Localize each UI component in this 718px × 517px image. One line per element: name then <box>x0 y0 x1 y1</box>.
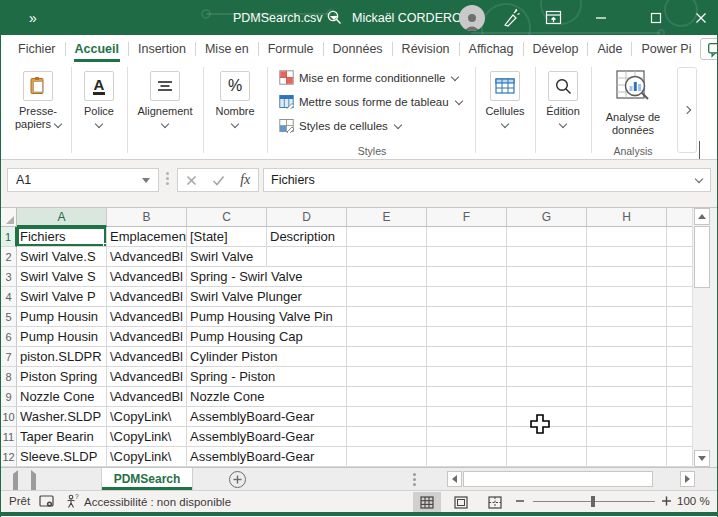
editing-group-button[interactable]: Édition <box>539 63 587 160</box>
cell-B7[interactable]: \AdvancedBl <box>107 347 187 367</box>
cell-H12[interactable] <box>587 447 667 467</box>
ribbon-scroll-right-button[interactable] <box>677 67 697 153</box>
cell-F4[interactable] <box>427 287 507 307</box>
cell-F6[interactable] <box>427 327 507 347</box>
cells-group-button[interactable]: Cellules <box>479 63 531 160</box>
row-header-8[interactable]: 8 <box>1 367 17 387</box>
cell-H9[interactable] <box>587 387 667 407</box>
cell-H6[interactable] <box>587 327 667 347</box>
cell-H7[interactable] <box>587 347 667 367</box>
cell-A6[interactable]: Pump Housin <box>17 327 107 347</box>
cell-partial-8[interactable] <box>667 367 692 387</box>
cell-B10[interactable]: \CopyLink\ <box>107 407 187 427</box>
number-group-button[interactable]: % Nombre <box>207 63 263 160</box>
column-header-F[interactable]: F <box>427 208 507 227</box>
cell-A9[interactable]: Nozzle Cone <box>17 387 107 407</box>
cell-A12[interactable]: Sleeve.SLDP <box>17 447 107 467</box>
cell-H1[interactable] <box>587 227 667 247</box>
cell-C7[interactable]: Cylinder Piston <box>187 347 267 367</box>
cell-A1[interactable]: Fichiers <box>17 227 107 247</box>
cell-H2[interactable] <box>587 247 667 267</box>
cell-F7[interactable] <box>427 347 507 367</box>
collapse-ribbon-button[interactable] <box>699 141 700 159</box>
cell-H8[interactable] <box>587 367 667 387</box>
cell-E6[interactable] <box>347 327 427 347</box>
column-header-partial[interactable] <box>667 208 692 227</box>
cell-partial-3[interactable] <box>667 267 692 287</box>
vertical-scrollbar[interactable] <box>692 208 710 467</box>
cell-E12[interactable] <box>347 447 427 467</box>
cell-B6[interactable]: \AdvancedBl <box>107 327 187 347</box>
cell-G7[interactable] <box>507 347 587 367</box>
cell-A10[interactable]: Washer.SLDP <box>17 407 107 427</box>
cell-D1[interactable]: Description <box>267 227 347 247</box>
cell-partial-5[interactable] <box>667 307 692 327</box>
row-header-10[interactable]: 10 <box>1 407 17 427</box>
row-header-6[interactable]: 6 <box>1 327 17 347</box>
cell-partial-4[interactable] <box>667 287 692 307</box>
cell-A8[interactable]: Piston Spring <box>17 367 107 387</box>
cell-C1[interactable]: [State] <box>187 227 267 247</box>
name-box[interactable]: A1 <box>7 168 159 192</box>
cell-G9[interactable] <box>507 387 587 407</box>
cell-F5[interactable] <box>427 307 507 327</box>
quick-access-chevrons[interactable]: » <box>29 0 37 35</box>
cell-C6[interactable]: Pump Housing Cap <box>187 327 267 347</box>
horizontal-scroll-thumb[interactable] <box>463 471 653 487</box>
font-group-button[interactable]: A Police <box>75 63 123 160</box>
column-header-G[interactable]: G <box>507 208 587 227</box>
cell-A4[interactable]: Swirl Valve P <box>17 287 107 307</box>
cell-E10[interactable] <box>347 407 427 427</box>
ribbon-tab-donn-es[interactable]: Données <box>324 35 392 63</box>
cell-F12[interactable] <box>427 447 507 467</box>
cell-F8[interactable] <box>427 367 507 387</box>
formula-bar-resize-handle[interactable] <box>166 172 169 188</box>
alignment-group-button[interactable]: Alignement <box>131 63 199 160</box>
column-header-A[interactable]: A <box>17 208 107 227</box>
fill-handle[interactable] <box>103 243 107 247</box>
column-header-E[interactable]: E <box>347 208 427 227</box>
cell-C2[interactable]: Swirl Valve <box>187 247 267 267</box>
cell-B5[interactable]: \AdvancedBl <box>107 307 187 327</box>
cell-partial-1[interactable] <box>667 227 692 247</box>
formula-input[interactable]: Fichiers <box>263 168 711 192</box>
cell-E9[interactable] <box>347 387 427 407</box>
formula-bar-expand-icon[interactable] <box>695 174 703 182</box>
column-header-C[interactable]: C <box>187 208 267 227</box>
document-title[interactable]: PDMSearch.csv <box>233 0 338 35</box>
tabbar-resize-handle[interactable] <box>413 473 416 486</box>
ribbon-tab-aide[interactable]: Aide <box>588 35 631 63</box>
enter-check-icon[interactable] <box>212 175 225 186</box>
cell-H4[interactable] <box>587 287 667 307</box>
zoom-slider-thumb[interactable] <box>591 496 595 507</box>
ink-pen-button[interactable] <box>501 0 521 35</box>
cell-A3[interactable]: Swirl Valve S <box>17 267 107 287</box>
cell-C11[interactable]: AssemblyBoard-Gear <box>187 427 267 447</box>
cell-F11[interactable] <box>427 427 507 447</box>
name-box-dropdown-icon[interactable] <box>142 178 150 183</box>
cell-partial-9[interactable] <box>667 387 692 407</box>
cell-E2[interactable] <box>347 247 427 267</box>
cell-H3[interactable] <box>587 267 667 287</box>
zoom-out-button[interactable] <box>515 494 525 510</box>
ribbon-tab-accueil[interactable]: Accueil <box>66 35 128 63</box>
cell-C9[interactable]: Nozzle Cone <box>187 387 267 407</box>
row-header-4[interactable]: 4 <box>1 287 17 307</box>
cell-E3[interactable] <box>347 267 427 287</box>
cell-G6[interactable] <box>507 327 587 347</box>
horizontal-scrollbar[interactable] <box>447 471 697 487</box>
cell-E8[interactable] <box>347 367 427 387</box>
cell-G3[interactable] <box>507 267 587 287</box>
cell-C5[interactable]: Pump Housing Valve Pin <box>187 307 267 327</box>
cell-B4[interactable]: \AdvancedBl <box>107 287 187 307</box>
ribbon-tab-power-pi[interactable]: Power Pi <box>632 35 700 63</box>
cell-E4[interactable] <box>347 287 427 307</box>
accessibility-status[interactable]: ? Accessibilité : non disponible <box>65 494 231 509</box>
scroll-right-button[interactable] <box>680 471 695 487</box>
cell-F3[interactable] <box>427 267 507 287</box>
close-button[interactable] <box>687 0 715 35</box>
cell-B3[interactable]: \AdvancedBl <box>107 267 187 287</box>
search-button[interactable] <box>326 0 343 35</box>
cell-styles-button[interactable]: Styles de cellules <box>279 118 401 133</box>
ribbon-tab-d-velop[interactable]: Dévelop <box>524 35 588 63</box>
